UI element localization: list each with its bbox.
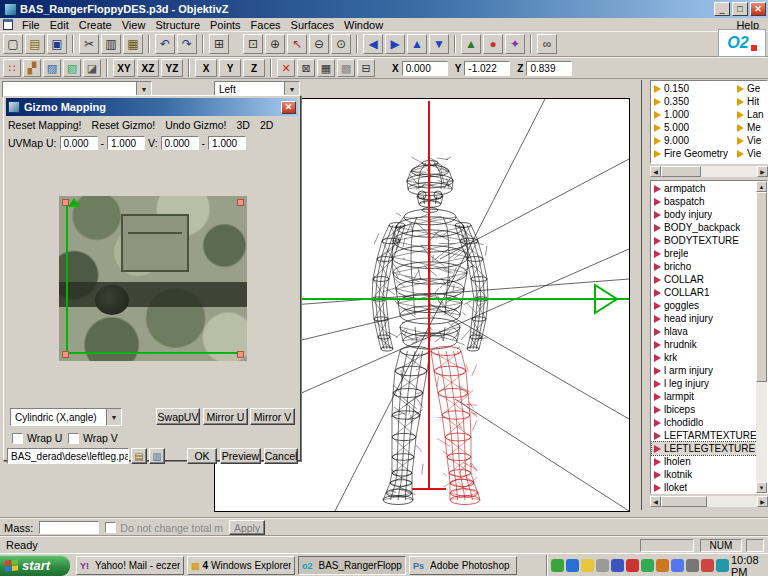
axis-button[interactable]: Y (219, 59, 241, 77)
selection-item[interactable]: LEFTARMTEXTURE (652, 429, 757, 442)
scroll-left-icon[interactable]: ◀ (650, 166, 661, 177)
menu-item[interactable]: View (117, 19, 151, 31)
selection-item[interactable]: lkotnik (652, 468, 757, 481)
face-select-icon[interactable]: ▨ (43, 59, 61, 77)
menu-item[interactable]: File (17, 19, 45, 31)
vertex-select-icon[interactable]: ∷ (3, 59, 21, 77)
toolbar-icon[interactable] (202, 35, 204, 53)
gizmo-handle-tr[interactable] (237, 199, 244, 206)
y-coord-field[interactable]: -1.022 (464, 61, 510, 76)
menu-item[interactable]: Faces (246, 19, 286, 31)
taskbar-button[interactable]: o2 BAS_RangerFloppy... (298, 556, 406, 575)
selection-list-vscroll[interactable]: ▲ ▼ (756, 181, 767, 493)
x-coord-field[interactable]: 0.000 (402, 61, 448, 76)
apply-button[interactable]: Apply (229, 520, 265, 535)
taskbar-button[interactable]: ▤ 4 Windows Explorer (187, 556, 295, 575)
selection-list-hscroll[interactable]: ◀ ▶ (650, 496, 768, 507)
selection-item[interactable]: l arm injury (652, 364, 757, 377)
selection-item[interactable]: lchodidlo (652, 416, 757, 429)
pan-left-icon[interactable]: ◀ (363, 34, 383, 54)
mirror-u-button[interactable]: Mirror U (203, 408, 248, 425)
browse-texture-button[interactable]: ▤ (131, 448, 147, 464)
combine-icon[interactable]: ⊠ (297, 59, 315, 77)
ok-button[interactable]: OK (187, 448, 217, 464)
menu-item[interactable]: Edit (45, 19, 74, 31)
selection-item[interactable]: COLLAR1 (652, 286, 757, 299)
u-min-field[interactable]: 0.000 (60, 136, 98, 150)
save-icon[interactable]: ▣ (47, 34, 67, 54)
lock-points-icon[interactable]: ⊟ (357, 59, 375, 77)
plane-button[interactable]: XZ (137, 59, 159, 77)
lod-item[interactable]: 9.000 (652, 134, 736, 147)
titlebar[interactable]: BAS_RangerFloppyDES.p3d - ObjektivZ _ □ … (0, 0, 768, 18)
selection-item[interactable]: hrudnik (652, 338, 757, 351)
selection-item[interactable]: goggles (652, 299, 757, 312)
dialog-menu-item[interactable]: Reset Mapping! (8, 119, 82, 131)
lod-item-col2[interactable]: Lan (735, 108, 768, 121)
tray-icon[interactable] (671, 559, 684, 572)
menu-item[interactable]: Window (339, 19, 388, 31)
tray-icon[interactable] (596, 559, 609, 572)
cancel-button[interactable]: Cancel (264, 448, 298, 464)
selection-item[interactable]: brejle (652, 247, 757, 260)
tray-icon[interactable] (716, 559, 729, 572)
zoom-window-icon[interactable]: ⊡ (243, 34, 263, 54)
grid-icon[interactable]: ⊞ (209, 34, 229, 54)
selection-item[interactable]: armpatch (652, 182, 757, 195)
toolbar-icon[interactable] (454, 35, 456, 53)
lod-item[interactable]: Fire Geometry (652, 147, 736, 160)
gizmo-handle-br[interactable] (237, 351, 244, 358)
selection-item[interactable]: lloket (652, 481, 757, 494)
preview-button[interactable]: Preview (220, 448, 261, 464)
close-button[interactable]: ✕ (750, 2, 766, 16)
pan-up-icon[interactable]: ▲ (407, 34, 427, 54)
minimize-button[interactable]: _ (714, 2, 730, 16)
menu-item[interactable]: Surfaces (286, 19, 339, 31)
lod-item-col2[interactable]: Me (735, 121, 768, 134)
selection-item[interactable]: BODY_backpack (652, 221, 757, 234)
dialog-menu-item[interactable]: 2D (260, 119, 273, 131)
gizmo-u-axis[interactable] (64, 352, 241, 354)
selection-item[interactable]: lbiceps (652, 403, 757, 416)
delete-selection-icon[interactable]: ✕ (277, 59, 295, 77)
selection-item[interactable]: COLLAR (652, 273, 757, 286)
selection-item[interactable]: l leg injury (652, 377, 757, 390)
background-grid-icon[interactable]: ▩ (337, 59, 355, 77)
object-select-icon[interactable]: ▧ (63, 59, 81, 77)
texture-preview[interactable] (59, 196, 247, 361)
dialog-menu-item[interactable]: 3D (236, 119, 249, 131)
scroll-right-icon[interactable]: ▶ (757, 166, 768, 177)
toolbar-icon[interactable] (530, 35, 532, 53)
selection-item[interactable]: bricho (652, 260, 757, 273)
scroll-up-icon[interactable]: ▲ (756, 181, 767, 192)
dialog-titlebar[interactable]: Gizmo Mapping ✕ (6, 98, 298, 116)
scroll-right-icon[interactable]: ▶ (757, 496, 768, 507)
zoom-out-icon[interactable]: ⊖ (309, 34, 329, 54)
z-coord-field[interactable]: 0.839 (526, 61, 572, 76)
selection-item[interactable]: lholen (652, 455, 757, 468)
texture-path-field[interactable]: BAS_derad\dese\leftleg.paa (7, 448, 129, 464)
selection-item[interactable]: hlava (652, 325, 757, 338)
lod-item[interactable]: 0.150 (652, 82, 736, 95)
tray-icon[interactable] (611, 559, 624, 572)
hide-selection-icon[interactable]: ◪ (83, 59, 101, 77)
materials-icon[interactable]: ✦ (505, 34, 525, 54)
tray-icon[interactable] (686, 559, 699, 572)
select-cursor-icon[interactable]: ↖ (287, 34, 307, 54)
wrap-u-checkbox[interactable] (12, 433, 23, 444)
terrain-icon[interactable]: ▲ (461, 34, 481, 54)
lod-item-col2[interactable]: Vie (735, 147, 768, 160)
open-folder-icon[interactable]: ▤ (25, 34, 45, 54)
dialog-menu-item[interactable]: Reset Gizmo! (92, 119, 156, 131)
pan-right-icon[interactable]: ▶ (385, 34, 405, 54)
axis-button[interactable]: X (195, 59, 217, 77)
tray-icon[interactable] (581, 559, 594, 572)
tray-icon[interactable] (701, 559, 714, 572)
maximize-button[interactable]: □ (732, 2, 748, 16)
mirror-v-button[interactable]: Mirror V (250, 408, 295, 425)
sphere-icon[interactable]: ● (483, 34, 503, 54)
menu-item[interactable]: Structure (150, 19, 205, 31)
toolbar-icon[interactable] (356, 35, 358, 53)
zoom-extents-icon[interactable]: ⊙ (331, 34, 351, 54)
texture-options-button[interactable]: ▥ (149, 448, 165, 464)
